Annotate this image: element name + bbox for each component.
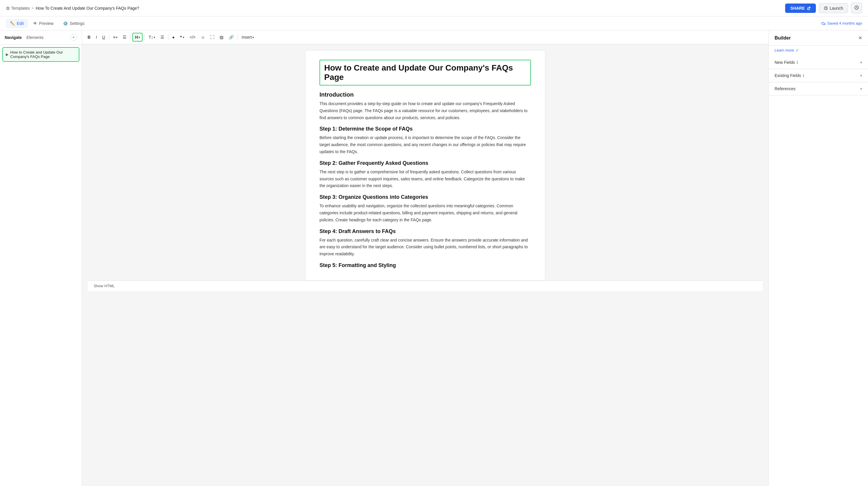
tab-settings-label: Settings	[70, 21, 85, 26]
toolbar-text-size[interactable]: T↕ ▾	[147, 33, 157, 41]
builder-section-existing-fields[interactable]: Existing Fields ℹ ▾	[769, 69, 868, 82]
doc-intro-text: This document provides a step-by-step gu…	[319, 100, 531, 121]
launch-button[interactable]: Launch	[819, 3, 848, 13]
share-icon	[806, 6, 811, 10]
sidebar-tab-navigate[interactable]: Navigate	[5, 35, 22, 40]
breadcrumb: Templates > How To Create And Update Our…	[6, 6, 139, 10]
editor-container: B I U ≡ ▾ ☰ H ▾ T↕ ▾ ☰ ● ❝ ▾ </> ☺ ⛶ ▨ 🔗	[82, 30, 769, 486]
builder-header: Builder ✕	[769, 30, 868, 46]
toolbar-underline[interactable]: U	[100, 33, 107, 41]
doc-step5-heading: Step 5: Formatting and Styling	[319, 262, 531, 268]
builder-learn-more: Learn more ⤢	[769, 46, 868, 56]
saved-status: Saved 4 months ago	[822, 21, 862, 26]
builder-section-references[interactable]: References ▾	[769, 82, 868, 95]
cloud-icon	[822, 21, 826, 26]
sidebar-tabs: Navigate Elements	[5, 35, 43, 40]
toolbar-divider-1	[109, 34, 109, 40]
tab-edit-label: Edit	[17, 21, 24, 26]
builder-sections: New Fields ℹ ▾ Existing Fields ℹ ▾ Refer…	[769, 56, 868, 486]
doc-step1-text: Before starting the creation or update p…	[319, 134, 531, 155]
breadcrumb-separator: >	[32, 6, 34, 10]
sidebar-tab-elements[interactable]: Elements	[26, 35, 43, 40]
sidebar-header: Navigate Elements ×	[0, 30, 82, 45]
new-fields-label: New Fields ℹ	[775, 60, 798, 65]
sidebar-close-button[interactable]: ×	[70, 34, 77, 41]
launch-icon	[824, 6, 828, 10]
toolbar-fullscreen[interactable]: ⛶	[208, 33, 216, 41]
history-button[interactable]	[851, 3, 862, 13]
toolbar-quote[interactable]: ❝ ▾	[178, 33, 186, 41]
show-html-bar[interactable]: Show HTML	[88, 281, 763, 291]
edit-icon: ✏️	[10, 21, 15, 26]
toolbar: B I U ≡ ▾ ☰ H ▾ T↕ ▾ ☰ ● ❝ ▾ </> ☺ ⛶ ▨ 🔗	[82, 30, 769, 44]
doc-step1-heading: Step 1: Determine the Scope of FAQs	[319, 126, 531, 132]
sidebar-item-page[interactable]: ▶ How to Create and Update Our Company's…	[2, 47, 80, 62]
toolbar-list-ordered[interactable]: ☰	[158, 33, 166, 41]
show-html-label: Show HTML	[94, 284, 115, 288]
references-label: References	[775, 86, 796, 91]
editor-scroll[interactable]: How to Create and Update Our Company's F…	[82, 44, 769, 486]
tab-bar: ✏️ Edit 👁 Preview ⚙️ Settings Saved 4 mo…	[0, 17, 868, 30]
launch-label: Launch	[830, 6, 843, 10]
share-button[interactable]: SHARE	[785, 3, 816, 13]
tabs: ✏️ Edit 👁 Preview ⚙️ Settings	[6, 19, 89, 28]
toolbar-insert[interactable]: Insert ▾	[240, 33, 256, 41]
toolbar-heading[interactable]: H ▾	[132, 33, 143, 41]
breadcrumb-templates[interactable]: Templates	[6, 6, 30, 10]
toolbar-bold[interactable]: B	[86, 33, 93, 41]
tab-settings[interactable]: ⚙️ Settings	[59, 19, 89, 28]
settings-icon: ⚙️	[63, 21, 68, 26]
doc-step2-heading: Step 2: Gather Frequently Asked Question…	[319, 160, 531, 166]
builder-close-button[interactable]: ✕	[858, 35, 862, 41]
builder-learn-link[interactable]: Learn more	[775, 48, 794, 53]
share-label: SHARE	[790, 6, 805, 10]
tab-preview[interactable]: 👁 Preview	[29, 19, 58, 28]
toolbar-emoji[interactable]: ☺	[199, 33, 207, 41]
toolbar-italic[interactable]: I	[94, 33, 99, 41]
toolbar-divider-2	[130, 34, 131, 40]
toolbar-color[interactable]: ●	[170, 33, 177, 41]
doc-title[interactable]: How to Create and Update Our Company's F…	[319, 60, 531, 86]
builder-section-new-fields[interactable]: New Fields ℹ ▾	[769, 56, 868, 69]
chevron-icon-existing-fields: ▾	[860, 73, 862, 78]
existing-fields-label: Existing Fields ℹ	[775, 73, 804, 78]
builder-title: Builder	[775, 35, 791, 41]
toolbar-align[interactable]: ≡ ▾	[111, 33, 120, 41]
sidebar: Navigate Elements × ▶ How to Create and …	[0, 30, 82, 486]
toolbar-list-unordered[interactable]: ☰	[121, 33, 129, 41]
star-icon	[6, 6, 10, 10]
chevron-icon-new-fields: ▾	[860, 60, 862, 65]
saved-label: Saved 4 months ago	[827, 21, 862, 26]
info-icon-new-fields: ℹ	[797, 60, 798, 65]
toolbar-divider-3	[144, 34, 145, 40]
doc-step3-heading: Step 3: Organize Questions into Categori…	[319, 194, 531, 200]
top-bar-left: Templates > How To Create And Update Our…	[6, 6, 139, 10]
toolbar-code[interactable]: </>	[187, 33, 197, 41]
doc-step4-text: For each question, carefully craft clear…	[319, 237, 531, 258]
breadcrumb-page-title: How To Create And Update Our Company's F…	[36, 6, 139, 10]
doc-intro-heading: Introduction	[319, 91, 531, 98]
toolbar-area: B I U ≡ ▾ ☰ H ▾ T↕ ▾ ☰ ● ❝ ▾ </> ☺ ⛶ ▨ 🔗	[82, 30, 769, 44]
doc-step2-text: The next step is to gather a comprehensi…	[319, 169, 531, 189]
svg-marker-0	[6, 6, 10, 9]
top-bar: Templates > How To Create And Update Our…	[0, 0, 868, 17]
builder-panel: Builder ✕ Learn more ⤢ New Fields ℹ ▾ Ex…	[769, 30, 868, 486]
doc-step4-heading: Step 4: Draft Answers to FAQs	[319, 228, 531, 234]
history-icon	[854, 5, 859, 10]
tab-edit[interactable]: ✏️ Edit	[6, 19, 28, 28]
chevron-icon-references: ▾	[860, 86, 862, 91]
expand-icon: ⤢	[796, 48, 799, 53]
templates-link[interactable]: Templates	[11, 6, 30, 10]
main-layout: Navigate Elements × ▶ How to Create and …	[0, 30, 868, 486]
toolbar-image[interactable]: ▨	[218, 33, 225, 41]
toolbar-link[interactable]: 🔗	[227, 33, 236, 41]
toolbar-divider-5	[238, 34, 238, 40]
tab-preview-label: Preview	[39, 21, 54, 26]
sidebar-arrow-icon: ▶	[6, 53, 8, 57]
preview-icon: 👁	[33, 21, 37, 26]
editor-page: How to Create and Update Our Company's F…	[305, 50, 545, 281]
toolbar-divider-4	[168, 34, 168, 40]
info-icon-existing-fields: ℹ	[803, 73, 804, 78]
sidebar-item-label: How to Create and Update Our Company's F…	[10, 50, 63, 59]
top-bar-right: SHARE Launch	[785, 3, 862, 13]
